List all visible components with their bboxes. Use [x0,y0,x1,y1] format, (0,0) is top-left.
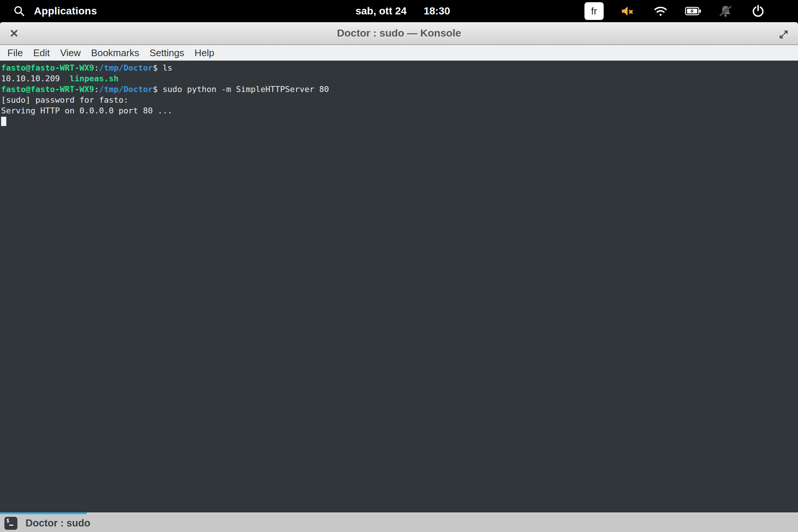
menu-view[interactable]: View [55,45,86,61]
power-icon[interactable] [750,2,766,20]
menu-bookmarks[interactable]: Bookmarks [86,45,144,61]
tabbar: Doctor : sudo [0,512,798,532]
applications-label: Applications [34,5,97,17]
search-icon [11,2,27,20]
applications-menu-button[interactable]: Applications [11,2,97,20]
maximize-button[interactable] [777,27,790,41]
terminal-line: [sudo] password for fasto: [1,95,798,105]
panel-time: 18:30 [424,5,450,17]
notifications-muted-icon[interactable] [717,2,734,20]
wifi-icon[interactable] [652,2,669,20]
terminal-line: 10.10.10.209 linpeas.sh [1,73,798,84]
window-title: Doctor : sudo — Konsole [0,27,798,39]
konsole-window: ✕ Doctor : sudo — Konsole File Edit View… [0,22,798,532]
tab-doctor-sudo[interactable]: Doctor : sudo [0,514,88,532]
menu-help[interactable]: Help [190,45,219,61]
tab-label: Doctor : sudo [25,518,91,529]
menu-edit[interactable]: Edit [28,45,55,61]
close-button[interactable]: ✕ [7,27,21,40]
terminal-cursor [1,117,6,126]
panel-date: sab, ott 24 [355,5,406,17]
terminal-tab-icon [4,517,17,530]
terminal-line [1,116,798,127]
keyboard-layout-indicator[interactable]: fr [584,2,604,20]
titlebar[interactable]: ✕ Doctor : sudo — Konsole [0,22,798,45]
terminal-line: fasto@fasto-WRT-WX9:/tmp/Doctor$ sudo py… [1,84,798,95]
volume-muted-icon[interactable] [620,2,636,20]
terminal-output[interactable]: fasto@fasto-WRT-WX9:/tmp/Doctor$ ls10.10… [0,61,798,512]
menu-settings[interactable]: Settings [144,45,190,61]
menu-file[interactable]: File [2,45,28,61]
system-panel: Applications sab, ott 24 18:30 fr [0,0,798,22]
menubar: File Edit View Bookmarks Settings Help [0,45,798,61]
terminal-line: Serving HTTP on 0.0.0.0 port 80 ... [1,105,798,116]
terminal-line: fasto@fasto-WRT-WX9:/tmp/Doctor$ ls [1,62,798,73]
battery-charging-icon[interactable] [685,2,701,20]
clock[interactable]: sab, ott 24 18:30 [355,0,450,22]
active-tab-indicator [0,512,87,514]
tabbar-topline [87,512,798,514]
system-tray: fr [584,0,787,22]
